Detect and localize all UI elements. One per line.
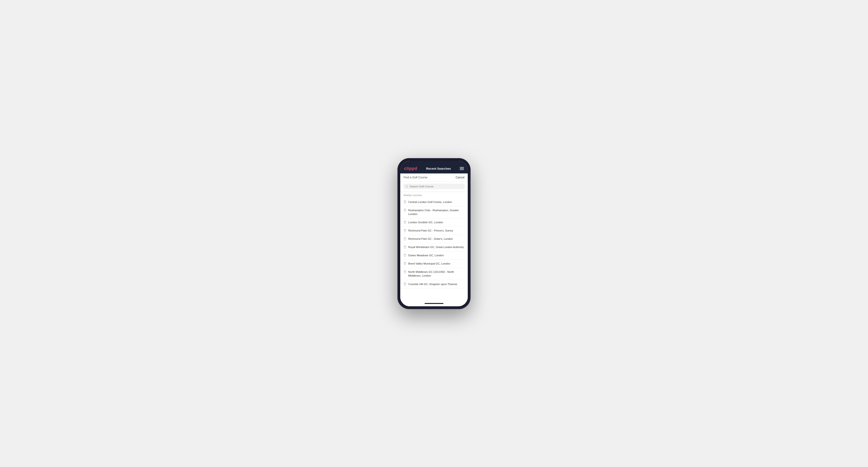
course-name: Central London Golf Centre, London: [408, 200, 452, 204]
app-header: clippd Recent Searches: [400, 164, 468, 174]
app-title: Recent Searches: [426, 167, 451, 170]
location-pin-icon: [404, 221, 406, 224]
hamburger-line-1: [460, 167, 464, 167]
svg-point-7: [405, 246, 405, 247]
svg-point-4: [405, 221, 405, 222]
home-indicator: [400, 302, 468, 306]
course-name: Coombe Hill GC, Kingston upon Thames: [408, 282, 457, 286]
location-pin-icon: [404, 209, 406, 212]
list-item[interactable]: London Scottish GC, London: [400, 218, 468, 226]
course-name: North Middlesex GC (1011942 - North Midd…: [408, 270, 464, 278]
list-item[interactable]: Central London Golf Centre, London: [400, 198, 468, 206]
list-item[interactable]: Dukes Meadows GC, London: [400, 251, 468, 259]
hamburger-line-2: [460, 168, 464, 169]
course-name: Brent Valley Municipal GC, London: [408, 262, 450, 266]
list-item[interactable]: Richmond Park GC - Duke's, London: [400, 235, 468, 243]
svg-point-8: [405, 254, 405, 255]
location-pin-icon: [404, 245, 406, 249]
location-pin-icon: [404, 270, 406, 274]
phone-frame: clippd Recent Searches Find a Golf Cours…: [397, 158, 471, 309]
svg-point-9: [405, 262, 405, 263]
list-item[interactable]: Richmond Park GC - Prince's, Surrey: [400, 226, 468, 235]
course-name: Dukes Meadows GC, London: [408, 253, 444, 257]
list-item[interactable]: Royal Wimbledon GC, Great London Authori…: [400, 243, 468, 251]
svg-point-2: [405, 201, 405, 202]
location-pin-icon: [404, 262, 406, 265]
find-bar: Find a Golf Course Cancel: [400, 174, 468, 182]
svg-line-1: [407, 187, 408, 187]
search-icon: [405, 185, 408, 188]
phone-screen: clippd Recent Searches Find a Golf Cours…: [400, 161, 468, 306]
svg-point-6: [405, 238, 405, 239]
list-item[interactable]: Roehampton Club - Roehampton, Greater Lo…: [400, 206, 468, 218]
location-pin-icon: [404, 229, 406, 232]
location-pin-icon: [404, 254, 406, 257]
app-logo: clippd: [404, 166, 417, 171]
location-pin-icon: [404, 282, 406, 286]
hamburger-menu-icon[interactable]: [460, 167, 464, 170]
course-name: Royal Wimbledon GC, Great London Authori…: [408, 245, 464, 249]
svg-point-5: [405, 229, 405, 230]
search-container: [400, 182, 468, 192]
hamburger-line-3: [460, 169, 464, 170]
cancel-button[interactable]: Cancel: [456, 176, 464, 179]
list-item[interactable]: North Middlesex GC (1011942 - North Midd…: [400, 268, 468, 280]
main-content: Find a Golf Course Cancel Nearby courses: [400, 174, 468, 302]
svg-point-3: [405, 209, 405, 210]
nearby-header: Nearby courses: [400, 192, 468, 198]
find-label: Find a Golf Course: [404, 176, 427, 179]
list-item[interactable]: Coombe Hill GC, Kingston upon Thames: [400, 280, 468, 288]
home-bar: [425, 303, 443, 304]
list-item[interactable]: Brent Valley Municipal GC, London: [400, 259, 468, 268]
course-name: London Scottish GC, London: [408, 220, 443, 224]
course-name: Richmond Park GC - Prince's, Surrey: [408, 229, 453, 232]
nearby-section: Nearby courses Central London Golf Centr…: [400, 192, 468, 302]
svg-point-10: [405, 271, 405, 272]
status-bar: [400, 161, 468, 164]
course-list: Central London Golf Centre, London Roeha…: [400, 198, 468, 288]
course-name: Richmond Park GC - Duke's, London: [408, 237, 453, 241]
svg-point-11: [405, 283, 405, 284]
search-input[interactable]: [410, 185, 463, 188]
location-pin-icon: [404, 200, 406, 204]
search-box: [403, 184, 465, 189]
course-name: Roehampton Club - Roehampton, Greater Lo…: [408, 208, 464, 216]
location-pin-icon: [404, 237, 406, 241]
